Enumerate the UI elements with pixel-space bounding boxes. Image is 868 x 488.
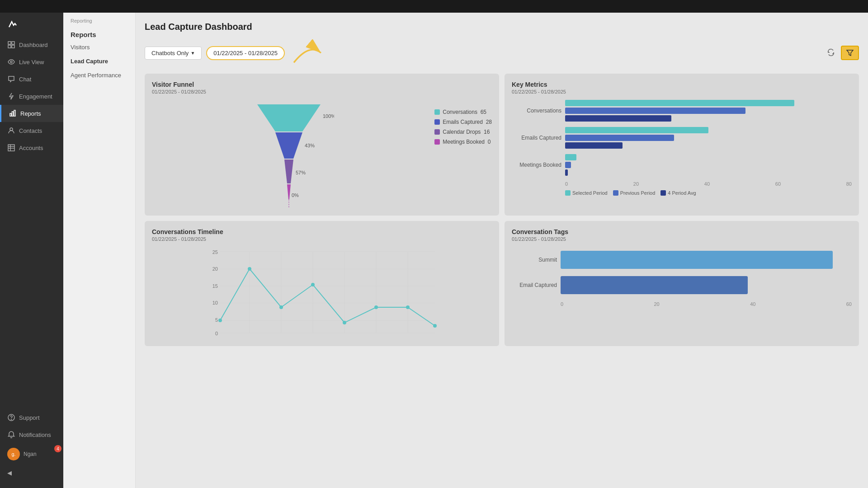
- key-metrics-title: Key Metrics: [512, 81, 852, 88]
- bar-conversations-previous: [565, 108, 745, 114]
- tags-title: Conversation Tags: [512, 228, 852, 235]
- sidebar-item-notifications[interactable]: Notifications: [0, 426, 63, 443]
- bell-icon: [7, 431, 15, 439]
- bar-emails-selected: [565, 127, 708, 133]
- key-metrics-chart: Conversations Emails Captured: [512, 100, 852, 196]
- svg-text:0: 0: [215, 331, 218, 336]
- sub-sidebar: Reporting Reports Visitors Lead Capture …: [63, 0, 136, 488]
- bar-emails-avg: [565, 142, 623, 149]
- sidebar-item-label: Notifications: [19, 432, 51, 438]
- dashboard-grid: Visitor Funnel 01/22/2025 - 01/28/2025 1…: [145, 74, 859, 346]
- sidebar: Dashboard Live View Chat Engagement: [0, 0, 63, 488]
- sidebar-bottom: Support Notifications g. Ngan 4 ◀: [0, 409, 63, 488]
- table-icon: [7, 144, 15, 152]
- bar-meetings-avg: [565, 169, 568, 176]
- sidebar-item-reports[interactable]: Reports: [0, 105, 63, 122]
- sidebar-item-label: Contacts: [19, 127, 42, 134]
- svg-rect-0: [8, 42, 11, 44]
- sub-sidebar-title: Reports: [63, 25, 135, 40]
- x-axis: 0 20 40 60 80: [512, 181, 852, 187]
- svg-rect-5: [10, 113, 11, 116]
- sidebar-item-support[interactable]: Support: [0, 409, 63, 426]
- sidebar-item-contacts[interactable]: Contacts: [0, 122, 63, 139]
- tags-chart: Summit Email Captured 0 20 40 60: [512, 251, 852, 307]
- svg-rect-2: [8, 45, 11, 48]
- svg-point-45: [248, 267, 251, 271]
- svg-point-51: [433, 324, 437, 328]
- chevron-left-icon: ◀: [7, 469, 12, 476]
- svg-point-49: [374, 305, 378, 309]
- svg-text:25: 25: [212, 249, 218, 255]
- refresh-button[interactable]: [826, 47, 836, 59]
- svg-point-47: [311, 283, 315, 286]
- bar-emails-previous: [565, 135, 674, 141]
- timeline-title: Conversations Timeline: [152, 228, 492, 235]
- chevron-down-icon: ▼: [190, 51, 195, 56]
- tag-bar-summit: [561, 251, 833, 269]
- svg-text:5: 5: [215, 317, 218, 323]
- svg-point-8: [10, 128, 13, 131]
- sidebar-item-label: Live View: [19, 59, 44, 66]
- sidebar-item-chat[interactable]: Chat: [0, 70, 63, 88]
- eye-icon: [7, 58, 15, 66]
- sidebar-item-user[interactable]: g. Ngan 4: [0, 443, 63, 465]
- topbar: [0, 0, 868, 13]
- sub-sidebar-item-lead-capture[interactable]: Lead Capture: [63, 54, 135, 68]
- svg-point-48: [343, 321, 346, 324]
- top-filter-button[interactable]: [841, 46, 859, 60]
- tag-row-email: Email Captured: [512, 276, 852, 294]
- avatar: g.: [7, 448, 20, 460]
- sidebar-item-label: Dashboard: [19, 42, 48, 48]
- sidebar-item-label: Accounts: [19, 145, 43, 151]
- timeline-date: 01/22/2025 - 01/28/2025: [152, 236, 492, 242]
- tag-row-summit: Summit: [512, 251, 852, 269]
- bar-meetings-previous: [565, 162, 571, 168]
- svg-text:10: 10: [212, 300, 218, 305]
- tag-bar-email: [561, 276, 748, 294]
- bar-group-conversations: Conversations: [512, 100, 852, 122]
- svg-marker-19: [284, 160, 293, 183]
- sidebar-item-dashboard[interactable]: Dashboard: [0, 36, 63, 53]
- chart-legend: Selected Period Previous Period 4 Period…: [512, 190, 852, 196]
- sidebar-item-accounts[interactable]: Accounts: [0, 139, 63, 156]
- sub-sidebar-item-visitors[interactable]: Visitors: [63, 40, 135, 54]
- main-content: Lead Capture Dashboard Chatbots Only ▼ 0…: [136, 13, 868, 488]
- bar-group-meetings: Meetings Booked: [512, 154, 852, 176]
- tags-date: 01/22/2025 - 01/28/2025: [512, 236, 852, 242]
- svg-point-50: [406, 305, 410, 309]
- svg-rect-3: [12, 45, 14, 48]
- legend-emails-captured: Emails Captured 28: [434, 119, 492, 125]
- chatbots-filter-button[interactable]: Chatbots Only ▼: [145, 47, 202, 60]
- svg-point-4: [10, 61, 12, 63]
- svg-text:0%: 0%: [292, 192, 299, 198]
- svg-marker-18: [275, 132, 302, 159]
- sidebar-item-label: Support: [19, 414, 40, 421]
- legend-conversations: Conversations 65: [434, 109, 492, 115]
- conversation-tags-card: Conversation Tags 01/22/2025 - 01/28/202…: [505, 221, 859, 346]
- user-name: Ngan: [24, 451, 37, 457]
- key-metrics-card: Key Metrics 01/22/2025 - 01/28/2025 Conv…: [505, 74, 859, 216]
- svg-text:43%: 43%: [305, 143, 315, 148]
- date-range-button[interactable]: 01/22/2025 - 01/28/2025: [206, 46, 285, 60]
- sub-sidebar-item-agent-performance[interactable]: Agent Performance: [63, 68, 135, 82]
- svg-marker-17: [257, 104, 321, 131]
- sub-sidebar-section-label: Reporting: [63, 13, 135, 25]
- svg-text:15: 15: [212, 283, 218, 289]
- conversations-timeline-card: Conversations Timeline 01/22/2025 - 01/2…: [145, 221, 499, 346]
- visitor-funnel-card: Visitor Funnel 01/22/2025 - 01/28/2025 1…: [145, 74, 499, 216]
- legend-calendar-drops: Calendar Drops 16: [434, 129, 492, 135]
- svg-rect-1: [12, 42, 14, 44]
- svg-rect-9: [8, 145, 14, 151]
- sidebar-item-engagement[interactable]: Engagement: [0, 88, 63, 105]
- bar-conversations-selected: [565, 100, 794, 106]
- tags-x-axis: 0 20 40 60: [512, 301, 852, 307]
- sidebar-item-live-view[interactable]: Live View: [0, 53, 63, 70]
- sidebar-collapse-btn[interactable]: ◀: [0, 465, 63, 481]
- svg-marker-16: [847, 50, 853, 56]
- date-range-label: 01/22/2025 - 01/28/2025: [213, 50, 278, 56]
- visitor-funnel-date: 01/22/2025 - 01/28/2025: [152, 89, 492, 94]
- person-icon: [7, 127, 15, 135]
- bar-conversations-avg: [565, 115, 671, 122]
- notification-badge: 4: [54, 445, 61, 452]
- logo[interactable]: [0, 13, 63, 36]
